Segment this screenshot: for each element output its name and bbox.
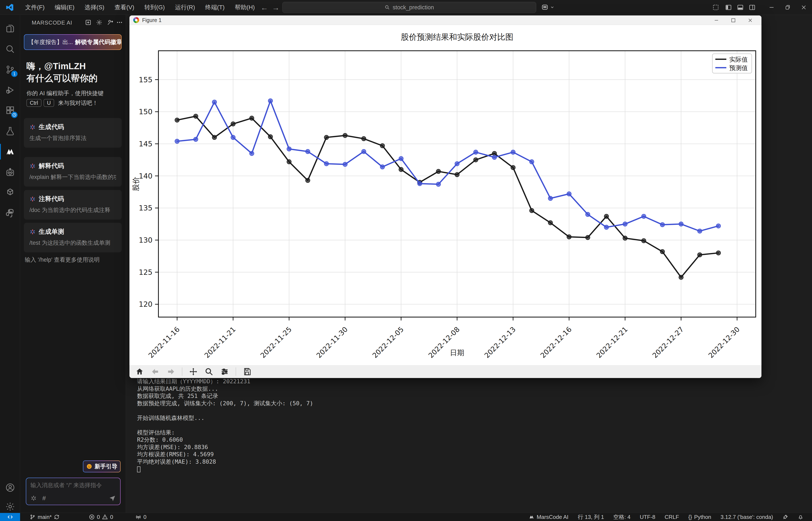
extensions-clock-badge (11, 112, 18, 118)
branch-status[interactable]: main* (30, 513, 60, 521)
status-bar: main* 0 0 0 MarsCode AI 行 13, 列 1 空格: 4 … (0, 513, 812, 521)
menu-selection[interactable]: 选择(S) (79, 2, 109, 13)
card-desc: 生成一个冒泡排序算法 (29, 134, 116, 142)
onboarding-button[interactable]: 新手引导 (83, 460, 120, 472)
mpl-subplots-config-icon[interactable] (220, 367, 229, 376)
sparkle-command-icon[interactable] (30, 495, 37, 501)
activitybar-testing[interactable] (0, 122, 20, 141)
figure-maximize-icon[interactable] (726, 16, 741, 25)
menu-terminal[interactable]: 终端(T) (200, 2, 230, 13)
mpl-home-icon[interactable] (135, 367, 144, 376)
activitybar-account[interactable] (0, 478, 20, 497)
activitybar-marscode[interactable] (0, 142, 20, 161)
problems-status[interactable]: 0 0 (89, 513, 113, 521)
figure-minimize-icon[interactable] (709, 16, 724, 25)
warning-count: 0 (110, 514, 113, 520)
chart-svg: 1201251301351401451501552022-11-162022-1… (130, 25, 762, 365)
mpl-forward-icon[interactable] (166, 367, 176, 376)
sidebar-more-icon[interactable] (115, 18, 124, 27)
figure-toolbar (130, 365, 762, 378)
activitybar-robot-ai[interactable] (0, 163, 20, 182)
activitybar-explorer[interactable] (0, 19, 20, 38)
activitybar-extensions[interactable] (0, 101, 20, 120)
interpreter-status[interactable]: 3.12.7 ('base': conda) (721, 514, 773, 520)
marscode-m-icon (529, 514, 534, 520)
card-generate-code[interactable]: 生成代码 生成一个冒泡排序算法 (24, 118, 122, 148)
mpl-pan-icon[interactable] (189, 367, 198, 376)
card-comment-code[interactable]: 注释代码 /doc 为当前选中的代码生成注释 (24, 190, 122, 220)
terminal-line (137, 422, 313, 429)
toggle-sidebar-icon[interactable] (722, 0, 735, 15)
activitybar-run-debug[interactable] (0, 81, 20, 99)
nav-back-icon[interactable]: ← (260, 3, 269, 12)
card-title: 注释代码 (39, 195, 64, 203)
sidebar-gear-icon[interactable] (95, 18, 104, 27)
card-explain-code[interactable]: 解释代码 /explain 解释一下当前选中函数的功... (24, 157, 122, 186)
window-minimize-icon[interactable] (765, 0, 779, 15)
svg-text:150: 150 (139, 108, 153, 116)
svg-text:股价预测结果和实际股价对比图: 股价预测结果和实际股价对比图 (401, 32, 513, 42)
annual-report-banner[interactable]: 【年度报告】出... 解锁专属代码徽章→ (24, 34, 122, 50)
matplotlib-logo-icon (133, 17, 139, 23)
menu-edit[interactable]: 编辑(E) (50, 2, 79, 13)
mpl-zoom-icon[interactable] (204, 367, 214, 376)
terminal-output[interactable]: 请输入结果日期（YYYYMMDD）: 20221231从网络获取AAPL的历史数… (137, 378, 313, 473)
new-chat-icon[interactable] (84, 18, 93, 27)
indentation-status[interactable]: 空格: 4 (613, 513, 630, 521)
bell-icon[interactable] (797, 514, 804, 520)
sync-icon (54, 514, 60, 520)
banner-text: 【年度报告】出... (28, 38, 73, 46)
toggle-secondary-sidebar-icon[interactable] (745, 0, 759, 15)
card-desc: /test 为这段选中的函数生成单测 (29, 239, 116, 247)
key-u: U (44, 99, 54, 107)
svg-text:120: 120 (139, 300, 153, 309)
marscode-status[interactable]: MarsCode AI (529, 514, 569, 520)
window-close-icon[interactable] (797, 0, 811, 15)
marscode-sidebar: MARSCODE AI 【年度报告】出... 解锁专属代码徽章→ 嗨，@TimL… (20, 15, 126, 513)
send-icon[interactable] (109, 495, 116, 502)
help-hint: 输入 '/help' 查看更多使用说明 (25, 256, 100, 264)
activitybar-search[interactable] (0, 40, 20, 59)
eol-status[interactable]: CRLF (665, 514, 679, 520)
command-search-input[interactable]: stock_prediction (282, 2, 536, 13)
terminal-line (137, 407, 313, 414)
context-hash-icon[interactable]: # (42, 495, 46, 502)
formatter-icon[interactable] (782, 514, 788, 520)
svg-text:实际值: 实际值 (729, 56, 748, 63)
activitybar-knot-extension[interactable] (0, 183, 20, 202)
terminal-line: 数据预处理完成, 训练集大小: (200, 7), 测试集大小: (50, 7) (137, 400, 313, 407)
svg-text:125: 125 (139, 268, 153, 276)
mpl-save-icon[interactable] (242, 367, 252, 376)
menu-help[interactable]: 帮助(H) (230, 2, 260, 13)
toggle-panel-icon[interactable] (734, 0, 747, 15)
cursor-position-status[interactable]: 行 13, 列 1 (578, 513, 604, 521)
share-account-icon[interactable] (106, 18, 115, 27)
banner-link: 解锁专属代码徽章→ (75, 38, 122, 46)
nav-forward-icon[interactable]: → (271, 3, 280, 12)
window-restore-icon[interactable] (781, 0, 794, 15)
card-desc: /doc 为当前选中的代码生成注释 (29, 206, 116, 214)
sparkle-icon (29, 229, 36, 235)
terminal-line: 开始训练随机森林模型... (137, 414, 313, 422)
activitybar-source-control[interactable]: 1 (0, 60, 20, 79)
menu-view[interactable]: 查看(V) (109, 2, 139, 13)
mpl-back-icon[interactable] (150, 367, 160, 376)
sparkle-icon (29, 124, 36, 130)
card-generate-test[interactable]: 生成单测 /test 为这段选中的函数生成单测 (24, 223, 122, 252)
customize-layout-icon[interactable] (709, 0, 722, 15)
svg-text:140: 140 (139, 172, 153, 180)
copilot-icon[interactable] (541, 3, 554, 11)
remote-indicator[interactable] (0, 513, 20, 521)
chat-input[interactable]: 输入消息或者 “/” 来选择指令 # (26, 478, 120, 505)
menu-run[interactable]: 运行(R) (170, 2, 200, 13)
terminal-line: 均方根误差(RMSE): 4.5699 (137, 451, 313, 458)
figure-close-icon[interactable] (743, 16, 758, 25)
encoding-status[interactable]: UTF-8 (640, 514, 655, 520)
menu-go[interactable]: 转到(G) (139, 2, 170, 13)
language-status[interactable]: {} Python (688, 514, 711, 520)
search-value: stock_prediction (393, 4, 434, 11)
menu-file[interactable]: 文件(F) (20, 2, 50, 13)
ports-status[interactable]: 0 (135, 513, 146, 521)
activitybar-python[interactable] (0, 204, 20, 223)
figure-titlebar[interactable]: Figure 1 (130, 16, 762, 25)
